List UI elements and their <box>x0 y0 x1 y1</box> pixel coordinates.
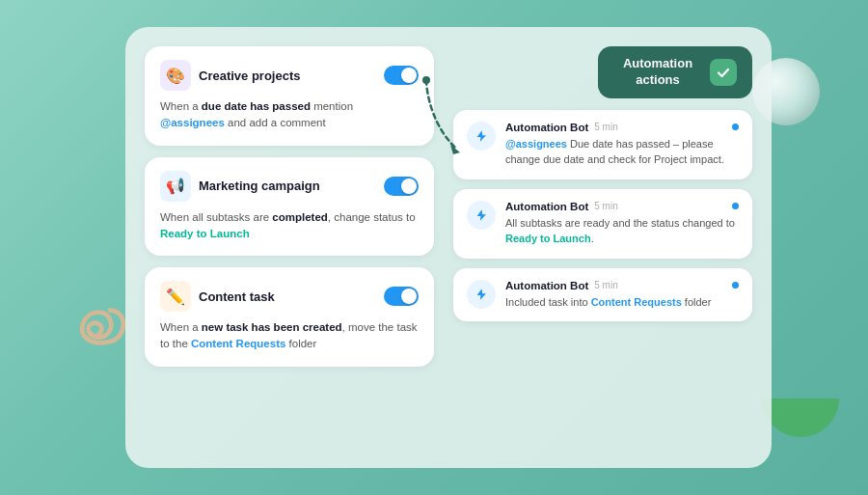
automation-check-icon <box>710 59 737 86</box>
main-container: 🎨 Creative projects When a due date has … <box>125 27 772 468</box>
marketing-campaign-card: 📢 Marketing campaign When all subtasks a… <box>145 157 434 257</box>
content-task-title-group: ✏️ Content task <box>160 281 275 312</box>
bot-name-2: Automation Bot <box>505 201 588 212</box>
creative-projects-card: 🎨 Creative projects When a due date has … <box>145 46 434 146</box>
marketing-campaign-header: 📢 Marketing campaign <box>160 171 419 202</box>
bot-avatar-1 <box>467 122 496 151</box>
bot-avatar-2 <box>467 201 496 230</box>
bot-message-3: Automation Bot 5 min Included task into … <box>453 268 752 322</box>
bot-meta-1: Automation Bot 5 min <box>505 122 739 133</box>
decorative-spiral <box>58 292 135 418</box>
bot-time-3: 5 min <box>594 280 617 290</box>
content-task-toggle[interactable] <box>384 287 419 306</box>
bot-mention-1: @assignees <box>505 138 567 150</box>
marketing-campaign-toggle[interactable] <box>384 177 419 196</box>
bot-messages-list: Automation Bot 5 min @assignees Due date… <box>453 110 752 322</box>
marketing-campaign-trigger: completed <box>272 211 328 223</box>
bot-meta-2: Automation Bot 5 min <box>505 201 739 212</box>
bot-text-2: All subtasks are ready and the status ch… <box>505 216 739 247</box>
content-task-title: Content task <box>199 289 275 304</box>
content-task-trigger: new task has been created <box>202 321 342 333</box>
bot-message-1: Automation Bot 5 min @assignees Due date… <box>453 110 752 179</box>
bot-name-3: Automation Bot <box>505 280 588 291</box>
bot-folder-link: Content Requests <box>591 296 682 308</box>
bot-text-1: @assignees Due date has passed – please … <box>505 137 739 168</box>
marketing-campaign-status: Ready to Launch <box>160 228 250 239</box>
creative-projects-body: When a due date has passed mention @assi… <box>160 98 419 132</box>
bot-dot-3 <box>732 282 739 289</box>
automation-actions-header: Automationactions <box>598 46 752 98</box>
creative-projects-title: Creative projects <box>199 69 301 83</box>
content-task-body: When a new task has been created, move t… <box>160 319 419 353</box>
bot-meta-3: Automation Bot 5 min <box>505 280 739 291</box>
bot-dot-2 <box>732 203 739 209</box>
bot-text-3: Included task into Content Requests fold… <box>505 295 739 311</box>
automation-actions-label: Automationactions <box>613 56 702 89</box>
marketing-campaign-title: Marketing campaign <box>199 179 320 193</box>
bot-time-2: 5 min <box>594 201 617 211</box>
creative-projects-toggle[interactable] <box>384 66 419 85</box>
bot-content-1: Automation Bot 5 min @assignees Due date… <box>505 122 739 168</box>
bot-content-2: Automation Bot 5 min All subtasks are re… <box>505 201 739 247</box>
bot-dot-1 <box>732 124 739 130</box>
marketing-campaign-body: When all subtasks are completed, change … <box>160 209 419 243</box>
content-task-card: ✏️ Content task When a new task has been… <box>145 267 434 367</box>
bot-content-3: Automation Bot 5 min Included task into … <box>505 280 739 311</box>
creative-projects-assignees: @assignees <box>160 117 225 128</box>
right-panel: Automationactions Automation Bot <box>453 46 752 449</box>
creative-projects-trigger: due date has passed <box>202 100 311 112</box>
bot-time-1: 5 min <box>594 122 617 132</box>
marketing-campaign-icon: 📢 <box>160 171 191 202</box>
creative-projects-header: 🎨 Creative projects <box>160 60 419 91</box>
content-task-header: ✏️ Content task <box>160 281 419 312</box>
creative-projects-icon: 🎨 <box>160 60 191 91</box>
content-task-icon: ✏️ <box>160 281 191 312</box>
content-task-folder: Content Requests <box>191 338 285 349</box>
bot-message-2: Automation Bot 5 min All subtasks are re… <box>453 189 752 259</box>
bot-avatar-3 <box>467 280 496 309</box>
left-panel: 🎨 Creative projects When a due date has … <box>145 46 434 449</box>
bot-name-1: Automation Bot <box>505 122 588 133</box>
creative-projects-title-group: 🎨 Creative projects <box>160 60 301 91</box>
bot-status-link: Ready to Launch <box>505 233 591 244</box>
marketing-campaign-title-group: 📢 Marketing campaign <box>160 171 320 202</box>
